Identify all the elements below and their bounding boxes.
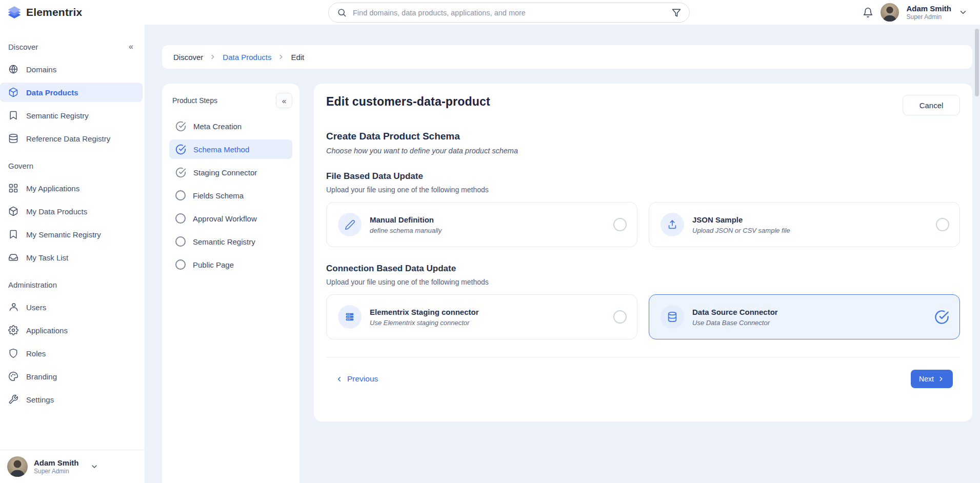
user-name: Adam Smith [906, 4, 951, 13]
double-chevron-left-icon[interactable]: « [129, 42, 133, 51]
grid-icon [8, 183, 18, 193]
sidebar-item-users[interactable]: Users [0, 297, 143, 317]
step-public-page[interactable]: Public Page [169, 255, 292, 274]
sidebar: Discover « Domains Data Pro [0, 25, 145, 483]
check-circle-icon [175, 167, 186, 178]
section-label-administration: Administration [8, 280, 57, 289]
upload-icon [661, 213, 684, 236]
step-label: Semantic Registry [193, 237, 255, 246]
sidebar-item-label: Branding [26, 372, 57, 381]
sidebar-section-govern: Govern [0, 162, 145, 170]
global-search[interactable] [328, 3, 690, 23]
product-steps-panel: Product Steps « Meta Creation [162, 84, 299, 483]
circle-icon [175, 259, 186, 270]
sidebar-item-my-data-products[interactable]: My Data Products [0, 202, 143, 221]
breadcrumb-discover[interactable]: Discover [173, 53, 203, 62]
sidebar-item-reference-data-registry[interactable]: Reference Data Registry [0, 129, 143, 148]
next-button[interactable]: Next [911, 370, 953, 388]
step-staging-connector[interactable]: Staging Connector [169, 163, 292, 182]
schema-section-title: Create Data Product Schema [326, 131, 960, 142]
sidebar-item-my-applications[interactable]: My Applications [0, 178, 143, 198]
profile-role: Super Admin [34, 468, 79, 475]
chevron-right-icon [937, 375, 945, 383]
top-bar: Elementrix Adam Smith S [0, 0, 980, 25]
cube-icon [8, 87, 18, 97]
sidebar-item-data-products[interactable]: Data Products [0, 83, 143, 102]
edit-product-card: Edit customers-data-product Cancel Creat… [314, 84, 972, 421]
sidebar-item-label: My Data Products [26, 207, 87, 216]
check-circle-icon[interactable] [934, 310, 949, 325]
search-input[interactable] [353, 9, 666, 17]
previous-button[interactable]: Previous [335, 374, 378, 384]
check-circle-icon [175, 144, 186, 155]
breadcrumb-data-products[interactable]: Data Products [223, 53, 271, 62]
step-schema-method[interactable]: Schema Method [169, 139, 292, 159]
bookmark-icon [8, 110, 18, 120]
option-title: Data Source Connector [692, 308, 778, 316]
option-data-source-connector[interactable]: Data Source Connector Use Data Base Conn… [649, 294, 960, 339]
connection-based-group-subtitle: Upload your file using one of the follow… [326, 278, 960, 286]
chevron-down-icon[interactable] [958, 8, 968, 17]
user-icon [8, 302, 18, 312]
file-based-group-title: File Based Data Update [326, 171, 960, 182]
chevron-left-icon [335, 375, 343, 383]
sidebar-profile[interactable]: Adam Smith Super Admin [0, 450, 145, 483]
sidebar-item-label: Data Products [26, 88, 78, 97]
circle-icon [175, 236, 186, 247]
bookmark-icon [8, 229, 18, 239]
sidebar-item-label: My Applications [26, 184, 79, 193]
sidebar-item-my-task-list[interactable]: My Task List [0, 248, 143, 267]
step-label: Schema Method [193, 145, 249, 154]
avatar[interactable] [881, 3, 899, 22]
sidebar-item-semantic-registry[interactable]: Semantic Registry [0, 106, 143, 125]
chevron-right-icon [277, 53, 285, 61]
option-json-sample[interactable]: JSON Sample Upload JSON or CSV sample fi… [649, 202, 960, 247]
step-approval-workflow[interactable]: Approval Workflow [169, 209, 292, 228]
radio-unselected-icon[interactable] [613, 218, 627, 231]
option-elementrix-staging-connector[interactable]: Elementrix Staging connector Use Element… [326, 294, 637, 339]
breadcrumb: Discover Data Products Edit [162, 45, 972, 69]
app-logo[interactable]: Elementrix [0, 5, 145, 19]
database-icon [661, 305, 684, 329]
step-fields-schema[interactable]: Fields Schema [169, 186, 292, 205]
step-label: Fields Schema [193, 191, 244, 200]
section-label-discover: Discover [8, 43, 38, 51]
step-meta-creation[interactable]: Meta Creation [169, 116, 292, 136]
cancel-button[interactable]: Cancel [903, 95, 960, 115]
connection-based-group-title: Connection Based Data Update [326, 264, 960, 274]
footer-divider [326, 357, 960, 357]
check-circle-icon [175, 121, 186, 132]
sidebar-item-branding[interactable]: Branding [0, 367, 143, 386]
sidebar-item-label: Applications [26, 326, 68, 335]
pencil-icon [338, 213, 362, 236]
layers-icon [7, 5, 22, 19]
filter-icon[interactable] [672, 8, 681, 17]
user-info[interactable]: Adam Smith Super Admin [906, 4, 951, 20]
file-based-options: Manual Definition define schema manually [326, 202, 960, 247]
step-label: Staging Connector [193, 168, 257, 177]
sidebar-item-my-semantic-registry[interactable]: My Semantic Registry [0, 225, 143, 244]
chevron-down-icon[interactable] [90, 462, 98, 471]
option-manual-definition[interactable]: Manual Definition define schema manually [326, 202, 637, 247]
steps-panel-title: Product Steps [172, 96, 217, 105]
sidebar-item-roles[interactable]: Roles [0, 344, 143, 363]
app-name: Elementrix [26, 6, 82, 18]
file-based-group-subtitle: Upload your file using one of the follow… [326, 186, 960, 194]
vertical-scrollbar[interactable] [975, 29, 979, 96]
circle-icon [175, 213, 186, 224]
sidebar-item-settings[interactable]: Settings [0, 390, 143, 409]
radio-unselected-icon[interactable] [613, 310, 627, 324]
bell-icon[interactable] [863, 7, 873, 18]
option-subtitle: Use Data Base Connector [692, 319, 778, 327]
section-label-govern: Govern [8, 162, 33, 170]
server-icon [338, 305, 362, 329]
step-semantic-registry[interactable]: Semantic Registry [169, 232, 292, 251]
radio-unselected-icon[interactable] [936, 218, 949, 231]
sidebar-item-domains[interactable]: Domains [0, 59, 143, 79]
sidebar-item-applications[interactable]: Applications [0, 320, 143, 340]
double-chevron-left-icon[interactable]: « [276, 93, 292, 108]
sidebar-nav: Discover « Domains Data Pro [0, 25, 145, 413]
sidebar-section-administration: Administration [0, 280, 145, 289]
step-label: Meta Creation [193, 122, 242, 131]
sidebar-item-label: Users [26, 303, 46, 312]
